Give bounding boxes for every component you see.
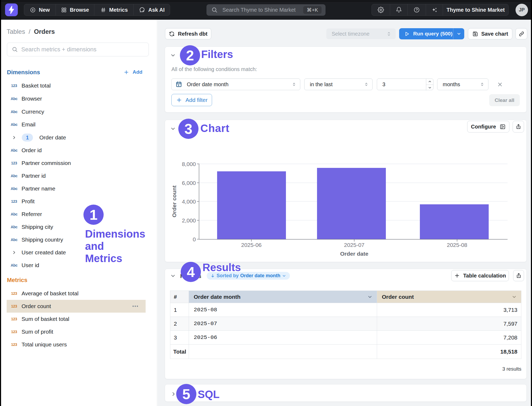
svg-text:2025-08: 2025-08 [447,242,467,248]
svg-text:2025-07: 2025-07 [344,242,364,248]
svg-text:4,000: 4,000 [182,198,196,205]
svg-text:0: 0 [193,236,196,242]
svg-text:8,000: 8,000 [182,161,196,167]
svg-text:6,000: 6,000 [182,180,196,186]
svg-text:Order count: Order count [171,185,177,217]
svg-text:2,000: 2,000 [182,217,196,223]
svg-text:2025-06: 2025-06 [241,242,261,248]
svg-text:Order date: Order date [340,251,368,257]
